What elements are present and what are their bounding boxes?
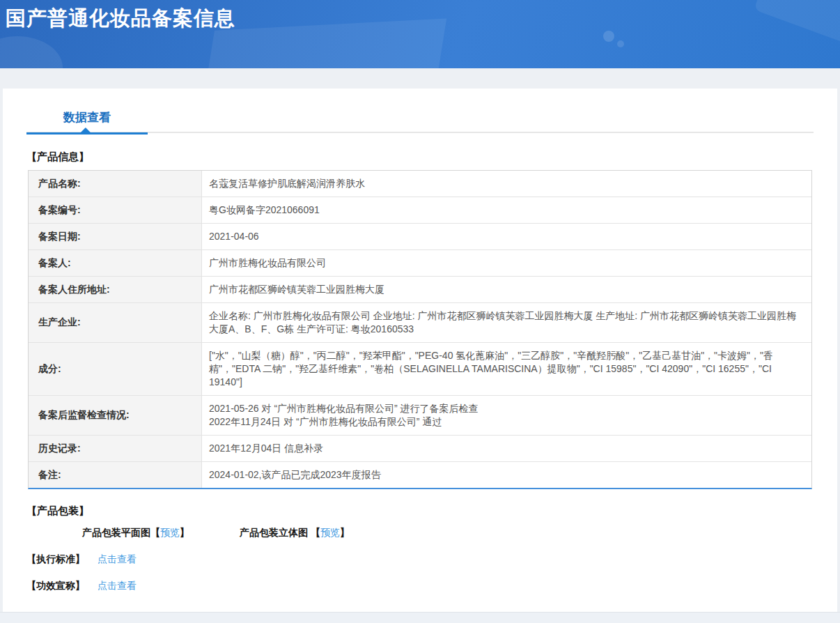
row-label: 备案人住所地址: <box>29 277 202 302</box>
row-value: 2021年12月04日 信息补录 <box>209 442 323 455</box>
header-decoration-blob <box>0 36 63 68</box>
table-row-remarks: 备注: 2024-01-02,该产品已完成2023年度报告 <box>29 462 811 488</box>
row-value: ["水"，"山梨（糖）醇"，"丙二醇"，"羟苯甲酯"，"PEG-40 氢化蓖麻油… <box>209 349 804 389</box>
table-row-filing-date: 备案日期: 2021-04-06 <box>29 224 811 250</box>
row-label: 备案人: <box>29 250 202 276</box>
page-header: 国产普通化妆品备案信息 <box>0 0 840 68</box>
packaging-section-title: 【产品包装】 <box>26 505 814 518</box>
packaging-plan-label: 产品包装平面图【 <box>82 527 160 539</box>
tab-bar: 数据查看 <box>26 109 814 133</box>
row-label: 备案编号: <box>29 197 202 223</box>
row-value: 2021-05-26 对 “广州市胜梅化妆品有限公司” 进行了备案后检查 202… <box>209 402 479 429</box>
standard-row: 【执行标准】 点击查看 <box>26 553 814 566</box>
tab-active-underline <box>26 132 148 134</box>
standard-section-title: 【执行标准】 <box>26 553 85 566</box>
packaging-solid-label: 产品包装立体图 【 <box>240 527 320 539</box>
row-value: 广州市花都区狮岭镇芙蓉工业园胜梅大厦 <box>209 283 384 296</box>
main-content-area: 数据查看 【产品信息】 产品名称: 名蔻复活草修护肌底解渴润滑养肤水 备案编号:… <box>0 68 840 612</box>
standard-view-link[interactable]: 点击查看 <box>98 553 137 566</box>
table-row-ingredients: 成分: ["水"，"山梨（糖）醇"，"丙二醇"，"羟苯甲酯"，"PEG-40 氢… <box>29 343 811 396</box>
table-row-filer-address: 备案人住所地址: 广州市花都区狮岭镇芙蓉工业园胜梅大厦 <box>29 277 811 303</box>
efficacy-row: 【功效宣称】 点击查看 <box>26 580 814 592</box>
tab-data-view-label: 数据查看 <box>63 111 111 124</box>
product-info-section-title: 【产品信息】 <box>26 151 814 164</box>
row-label: 生产企业: <box>29 303 202 342</box>
row-label: 历史记录: <box>29 436 202 461</box>
page-title: 国产普通化妆品备案信息 <box>0 0 840 33</box>
row-value: 粤G妆网备字2021066091 <box>209 203 320 217</box>
packaging-solid-bracket-close: 】 <box>340 527 350 539</box>
efficacy-section-title: 【功效宣称】 <box>26 580 85 592</box>
table-row-post-filing-inspection: 备案后监督检查情况: 2021-05-26 对 “广州市胜梅化妆品有限公司” 进… <box>29 396 811 436</box>
packaging-solid-preview-link[interactable]: 预览 <box>320 527 340 539</box>
packaging-solid-item: 产品包装立体图 【预览】 <box>240 527 350 539</box>
table-row-manufacturer: 生产企业: 企业名称: 广州市胜梅化妆品有限公司 企业地址: 广州市花都区狮岭镇… <box>29 303 811 343</box>
row-value: 2024-01-02,该产品已完成2023年度报告 <box>209 468 381 482</box>
table-row-filer: 备案人: 广州市胜梅化妆品有限公司 <box>29 250 811 277</box>
row-value: 名蔻复活草修护肌底解渴润滑养肤水 <box>209 177 365 190</box>
row-label: 成分: <box>29 343 202 395</box>
row-value: 企业名称: 广州市胜梅化妆品有限公司 企业地址: 广州市花都区狮岭镇芙蓉工业园胜… <box>209 309 804 336</box>
table-row-filing-number: 备案编号: 粤G妆网备字2021066091 <box>29 197 811 224</box>
row-label: 产品名称: <box>29 171 202 197</box>
packaging-plan-bracket-close: 】 <box>180 527 189 539</box>
page-footer: 本站由国家药品监督管理局主办 版权所有 Copyright © NMPA All… <box>0 612 840 623</box>
packaging-plan-preview-link[interactable]: 预览 <box>160 527 180 539</box>
header-decoration-dot <box>617 40 624 47</box>
row-value: 广州市胜梅化妆品有限公司 <box>209 256 326 270</box>
content-card: 数据查看 【产品信息】 产品名称: 名蔻复活草修护肌底解渴润滑养肤水 备案编号:… <box>3 89 837 612</box>
row-value: 2021-04-06 <box>209 230 259 243</box>
tab-data-view[interactable]: 数据查看 <box>26 109 148 133</box>
table-row-product-name: 产品名称: 名蔻复活草修护肌底解渴润滑养肤水 <box>29 171 811 197</box>
tab-active-caret-icon <box>81 128 91 132</box>
row-label: 备案后监督检查情况: <box>29 396 202 435</box>
row-label: 备案日期: <box>29 224 202 249</box>
efficacy-view-link[interactable]: 点击查看 <box>98 580 137 592</box>
product-info-table: 产品名称: 名蔻复活草修护肌底解渴润滑养肤水 备案编号: 粤G妆网备字20210… <box>28 170 812 489</box>
row-label: 备注: <box>29 462 202 488</box>
table-row-history: 历史记录: 2021年12月04日 信息补录 <box>29 436 811 462</box>
packaging-links-row: 产品包装平面图【预览】 产品包装立体图 【预览】 <box>26 527 814 539</box>
packaging-plan-item: 产品包装平面图【预览】 <box>82 527 189 539</box>
